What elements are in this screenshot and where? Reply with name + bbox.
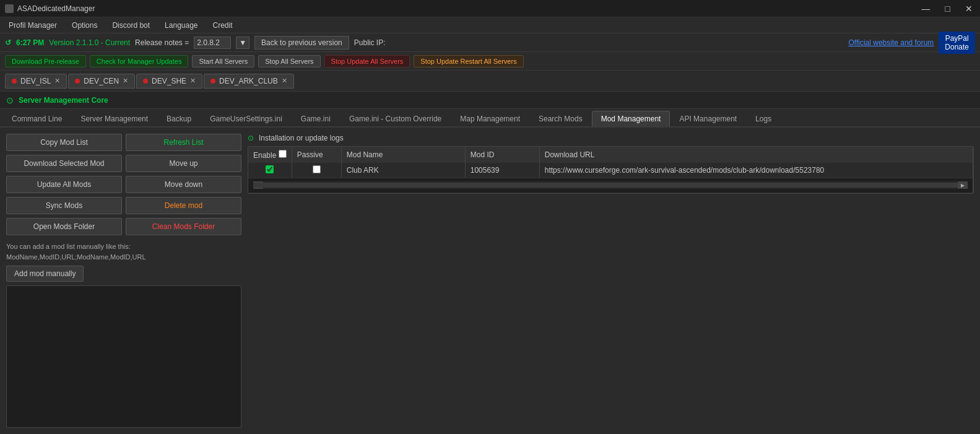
tab-mod-management[interactable]: Mod Management [592,111,670,126]
app-icon [5,4,14,13]
installation-logs-label: Installation or update logs [259,134,344,142]
move-down-button[interactable]: Move down [126,176,241,193]
action-bar: Download Pre-release Check for Manager U… [0,52,980,71]
time-icon: ↺ [5,38,11,47]
tab-game-ini-custom[interactable]: Game.ini - Custom Override [340,111,451,126]
td-passive[interactable] [292,163,341,178]
info-bar: ↺ 6:27 PM Version 2.1.1.0 - Current Rele… [0,33,980,52]
minimize-button[interactable]: — [919,4,933,14]
tab-search-mods[interactable]: Search Mods [529,111,592,126]
tab-dot-dev-ark-club [210,79,215,84]
tab-server-management[interactable]: Server Management [71,111,157,126]
menu-options[interactable]: Options [66,19,103,32]
check-for-updates-button[interactable]: Check for Manager Updates [90,55,189,67]
stop-update-restart-all-servers-button[interactable]: Stop Update Restart All Servers [414,55,523,67]
server-tab-dev-isl-label: DEV_ISL [20,77,51,85]
maximize-button[interactable]: □ [943,4,953,14]
left-panel: Copy Mod List Refresh List Download Sele… [6,134,241,428]
download-pre-release-button[interactable]: Download Pre-release [5,55,86,67]
open-mods-folder-button[interactable]: Open Mods Folder [6,218,122,235]
public-ip-label: Public IP: [354,38,386,47]
tab-dot-dev-cen [75,79,80,84]
version-dropdown[interactable]: ▼ [236,37,249,49]
server-tabs: DEV_ISL ✕ DEV_CEN ✕ DEV_SHE ✕ DEV_ARK_CL… [0,71,980,92]
version-text: Version 2.1.1.0 - Current [49,38,130,47]
table-scrollbar-cell: ◀ ▶ [248,178,973,193]
table-row: Club ARK 1005639 https://www.curseforge.… [248,163,973,178]
menu-discord-bot[interactable]: Discord bot [106,19,156,32]
horizontal-scrollbar[interactable]: ◀ ▶ [253,181,968,189]
download-selected-mod-button[interactable]: Download Selected Mod [6,155,122,172]
menu-bar: Profil Manager Options Discord bot Langu… [0,17,980,33]
menu-credit[interactable]: Credit [207,19,239,32]
tab-game-ini[interactable]: Game.ini [292,111,340,126]
version-input[interactable] [194,37,231,49]
server-tab-dev-ark-club[interactable]: DEV_ARK_CLUB ✕ [204,74,294,89]
enable-all-checkbox[interactable] [279,150,287,158]
mod-table: Enable Passive Mod Name Mod ID Download … [248,147,973,193]
tab-backup[interactable]: Backup [157,111,201,126]
section-header: ⊙ Server Management Core [0,92,980,109]
tab-api-management[interactable]: API Management [670,111,746,126]
th-mod-id: Mod ID [465,147,539,163]
start-all-servers-button[interactable]: Start All Servers [192,55,254,67]
hscroll-right-arrow[interactable]: ▶ [958,181,968,189]
buttons-grid: Copy Mod List Refresh List Download Sele… [6,134,241,235]
server-tab-dev-ark-club-close[interactable]: ✕ [282,77,287,85]
th-passive: Passive [292,147,341,163]
log-icon: ⊙ [248,134,254,142]
server-tab-dev-cen-close[interactable]: ✕ [123,77,128,85]
add-mod-manually-button[interactable]: Add mod manually [6,266,84,282]
move-up-button[interactable]: Move up [126,155,241,172]
paypal-donate-button[interactable]: PayPalDonate [939,32,975,54]
server-tab-dev-ark-club-label: DEV_ARK_CLUB [219,77,278,85]
mod-list-textarea[interactable] [6,285,241,428]
server-tab-dev-she-label: DEV_SHE [152,77,186,85]
update-all-mods-button[interactable]: Update All Mods [6,176,122,193]
release-notes-label: Release notes = [135,38,189,47]
clean-mods-folder-button[interactable]: Clean Mods Folder [126,218,241,235]
row-passive-checkbox[interactable] [313,165,321,173]
back-to-previous-button[interactable]: Back to previous version [254,36,349,50]
title-bar-left: ASADedicatedManager [5,4,95,13]
td-mod-name: Club ARK [341,163,465,178]
server-tab-dev-she[interactable]: DEV_SHE ✕ [136,74,202,89]
right-panel: ⊙ Installation or update logs Enable Pas… [248,134,974,428]
menu-language[interactable]: Language [158,19,204,32]
tab-command-line[interactable]: Command Line [2,111,71,126]
copy-mod-list-button[interactable]: Copy Mod List [6,134,122,151]
tab-dot-dev-isl [12,79,17,84]
section-icon: ⊙ [6,95,14,105]
server-tab-dev-she-close[interactable]: ✕ [190,77,196,85]
help-text: You can add a mod list manually like thi… [6,241,241,262]
table-header-row: Enable Passive Mod Name Mod ID Download … [248,147,973,163]
server-tab-dev-cen-label: DEV_CEN [84,77,119,85]
tab-gameusersettings[interactable]: GameUserSettings.ini [201,111,292,126]
official-website-link[interactable]: Official website and forum [848,38,934,47]
server-tab-dev-isl-close[interactable]: ✕ [54,77,60,85]
delete-mod-button[interactable]: Delete mod [126,197,241,214]
app-name: ASADedicatedManager [17,4,95,13]
sync-mods-button[interactable]: Sync Mods [6,197,122,214]
td-enable[interactable] [248,163,292,178]
server-tab-dev-cen[interactable]: DEV_CEN ✕ [68,74,135,89]
td-download-url: https://www.curseforge.com/ark-survival-… [539,163,973,178]
close-button[interactable]: ✕ [963,4,975,14]
row-enable-checkbox[interactable] [266,165,274,173]
hscroll-track [253,183,958,188]
refresh-list-button[interactable]: Refresh List [126,134,241,151]
nav-tabs: Command Line Server Management Backup Ga… [0,109,980,128]
tab-map-management[interactable]: Map Management [451,111,529,126]
menu-profil-manager[interactable]: Profil Manager [2,19,63,32]
table-scrollbar-row: ◀ ▶ [248,178,973,193]
th-mod-name: Mod Name [341,147,465,163]
title-bar: ASADedicatedManager — □ ✕ [0,0,980,17]
tab-logs[interactable]: Logs [746,111,781,126]
stop-update-all-servers-button[interactable]: Stop Update All Servers [324,55,410,67]
th-download-url: Download URL [539,147,973,163]
server-tab-dev-isl[interactable]: DEV_ISL ✕ [5,74,67,89]
main-content: Copy Mod List Refresh List Download Sele… [0,128,980,434]
stop-all-servers-button[interactable]: Stop All Servers [258,55,320,67]
mod-table-container: Enable Passive Mod Name Mod ID Download … [248,146,974,194]
section-title: Server Management Core [19,96,108,105]
